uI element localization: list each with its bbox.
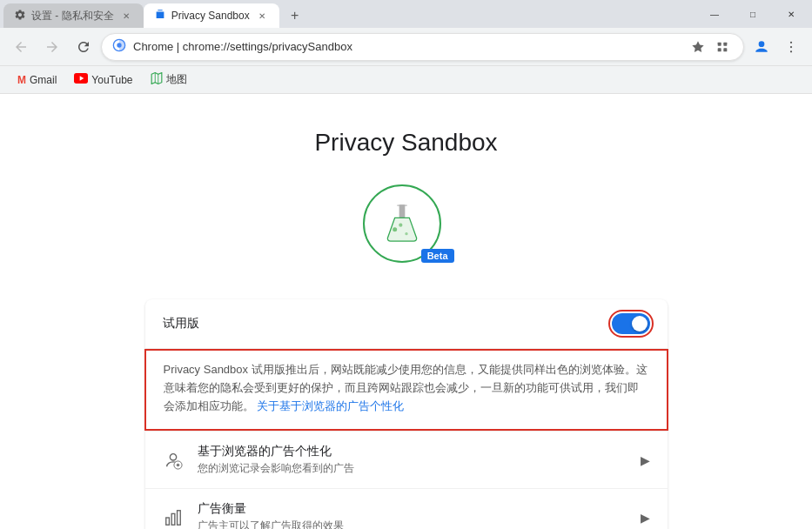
svg-rect-3	[723, 42, 727, 45]
ad-measurement-icon	[163, 507, 184, 528]
toolbar: Chrome | chrome://settings/privacySandbo…	[0, 28, 812, 66]
description-text: Privacy Sandbox 试用版推出后，网站既能减少使用您的信息，又能提供…	[164, 361, 649, 415]
toggle-container[interactable]	[612, 313, 650, 334]
svg-point-8	[790, 45, 792, 47]
svg-point-1	[117, 43, 121, 47]
gmail-icon: M	[17, 74, 26, 86]
bookmark-star-button[interactable]	[688, 37, 708, 57]
maps-icon	[151, 72, 163, 87]
svg-rect-23	[171, 513, 175, 525]
ad-measurement-text: 广告衡量 广告主可以了解广告取得的效果	[198, 501, 627, 529]
description-link[interactable]: 关于基于浏览器的广告个性化	[257, 399, 404, 412]
bookmark-youtube-label: YouTube	[91, 74, 132, 86]
tabs-area: 设置 - 隐私和安全 ✕ Privacy Sandbox ✕ +	[0, 0, 307, 28]
more-menu-button[interactable]	[777, 33, 805, 61]
bookmark-maps-label: 地图	[166, 72, 187, 87]
svg-rect-4	[718, 48, 721, 51]
back-button[interactable]	[7, 33, 35, 61]
svg-point-17	[393, 227, 397, 231]
extensions-button[interactable]	[712, 37, 733, 57]
svg-point-9	[790, 50, 792, 52]
ad-measurement-subtitle: 广告主可以了解广告取得的效果	[198, 519, 627, 529]
flask-icon	[380, 202, 424, 245]
settings-tab-label: 设置 - 隐私和安全	[31, 9, 114, 23]
window-frame: 设置 - 隐私和安全 ✕ Privacy Sandbox ✕ + — □ ✕	[0, 0, 812, 529]
ad-measurement-title: 广告衡量	[198, 501, 627, 517]
svg-rect-16	[399, 204, 405, 218]
svg-point-6	[759, 41, 765, 47]
tab-settings[interactable]: 设置 - 隐私和安全 ✕	[3, 3, 144, 28]
ad-personalization-icon	[163, 450, 184, 471]
sandbox-tab-label: Privacy Sandbox	[171, 10, 250, 22]
menu-item-ad-personalization[interactable]: 基于浏览器的广告个性化 您的浏览记录会影响您看到的广告 ▶	[145, 431, 668, 488]
tab-privacy-sandbox[interactable]: Privacy Sandbox ✕	[144, 3, 279, 28]
svg-rect-2	[718, 42, 721, 45]
menu-item-ad-measurement[interactable]: 广告衡量 广告主可以了解广告取得的效果 ▶	[145, 488, 668, 529]
ad-personalization-subtitle: 您的浏览记录会影响您看到的广告	[198, 461, 627, 476]
window-controls: — □ ✕	[697, 0, 809, 28]
profile-button[interactable]	[748, 33, 775, 61]
address-bar[interactable]: Chrome | chrome://settings/privacySandbo…	[101, 33, 744, 61]
maximize-button[interactable]: □	[735, 0, 770, 28]
sandbox-tab-icon	[154, 9, 166, 23]
svg-rect-22	[165, 518, 169, 525]
address-text: Chrome | chrome://settings/privacySandbo…	[133, 40, 681, 53]
address-favicon	[112, 38, 126, 56]
page-title: Privacy Sandbox	[314, 129, 497, 157]
toggle-thumb	[632, 316, 648, 331]
refresh-button[interactable]	[70, 33, 97, 61]
ad-personalization-text: 基于浏览器的广告个性化 您的浏览记录会影响您看到的广告	[198, 444, 627, 476]
beta-badge: Beta	[421, 249, 454, 263]
toolbar-right	[748, 33, 805, 61]
bookmark-gmail[interactable]: M Gmail	[10, 70, 64, 90]
ad-personalization-arrow: ▶	[641, 453, 650, 467]
settings-tab-close[interactable]: ✕	[119, 9, 133, 23]
close-button[interactable]: ✕	[774, 0, 809, 28]
new-tab-button[interactable]: +	[283, 3, 307, 28]
svg-point-18	[405, 232, 407, 235]
bookmark-youtube[interactable]: YouTube	[67, 70, 139, 90]
ad-measurement-arrow: ▶	[641, 511, 650, 525]
sandbox-tab-close[interactable]: ✕	[255, 9, 269, 23]
address-icons	[688, 37, 733, 57]
bookmarks-bar: M Gmail YouTube 地图	[0, 66, 812, 94]
svg-point-19	[399, 224, 402, 227]
beta-icon-container: Beta	[363, 184, 450, 271]
svg-marker-12	[151, 73, 162, 84]
settings-card: 试用版 Privacy Sandbox 试用版推出后，网站既能减少使用您的信息，…	[145, 299, 668, 529]
settings-tab-icon	[14, 9, 26, 23]
forward-button[interactable]	[38, 33, 66, 61]
page-content: Privacy Sandbox Beta	[0, 94, 812, 529]
trial-label: 试用版	[163, 316, 199, 331]
toggle-track[interactable]	[612, 313, 650, 334]
trial-header: 试用版	[145, 299, 668, 349]
minimize-button[interactable]: —	[697, 0, 732, 28]
svg-rect-5	[723, 48, 727, 51]
ad-personalization-title: 基于浏览器的广告个性化	[198, 444, 627, 459]
page-inner: Privacy Sandbox Beta	[102, 94, 711, 529]
description-section: Privacy Sandbox 试用版推出后，网站既能减少使用您的信息，又能提供…	[144, 349, 668, 431]
svg-point-7	[790, 41, 792, 43]
bookmark-gmail-label: Gmail	[30, 74, 57, 86]
title-bar: 设置 - 隐私和安全 ✕ Privacy Sandbox ✕ + — □ ✕	[0, 0, 812, 28]
youtube-icon	[74, 73, 88, 86]
svg-point-20	[170, 454, 176, 460]
svg-rect-24	[177, 511, 180, 526]
bookmark-maps[interactable]: 地图	[144, 69, 194, 90]
